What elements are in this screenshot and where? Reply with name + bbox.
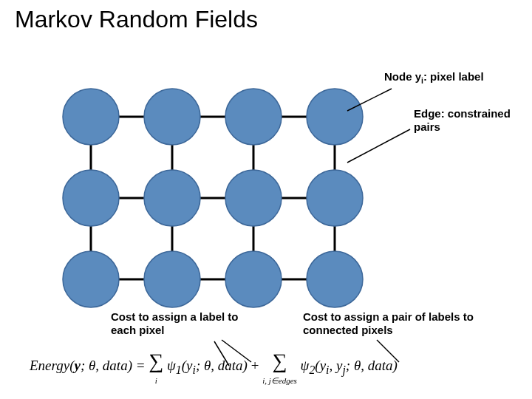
mrf-grid-diagram: [59, 85, 377, 299]
slide: Markov Random Fields Node yi: pixel labe…: [0, 0, 532, 399]
grid-node: [225, 251, 282, 307]
grid-node: [307, 89, 363, 145]
grid-node: [63, 89, 119, 145]
sum1: ∑ i: [149, 347, 163, 387]
node-label: Node yi: pixel label: [384, 70, 484, 86]
grid-node: [307, 170, 363, 226]
grid-node: [144, 170, 200, 226]
grid-node: [144, 251, 200, 307]
pairwise-cost-label: Cost to assign a pair of labels to conne…: [303, 310, 510, 337]
formula-plus: +: [251, 358, 262, 373]
energy-formula: Energy(y; θ, data) = ∑ i ψ1(yi; θ, data)…: [30, 347, 398, 387]
grid-node: [225, 89, 282, 145]
formula-lhs: Energy(y; θ, data) =: [30, 358, 149, 373]
grid-node: [144, 89, 200, 145]
unary-cost-label: Cost to assign a label to each pixel: [111, 310, 259, 337]
grid-node: [63, 170, 119, 226]
sum2: ∑ i, j∈edges: [262, 347, 297, 387]
grid-node: [63, 251, 119, 307]
grid-node: [225, 170, 282, 226]
formula-psi1: ψ1(yi; θ, data): [167, 358, 248, 373]
grid-node: [307, 251, 363, 307]
edge-label: Edge: constrained pairs: [414, 107, 532, 134]
formula-psi2: ψ2(yi, yj; θ, data): [301, 358, 398, 373]
slide-title: Markov Random Fields: [15, 6, 258, 33]
